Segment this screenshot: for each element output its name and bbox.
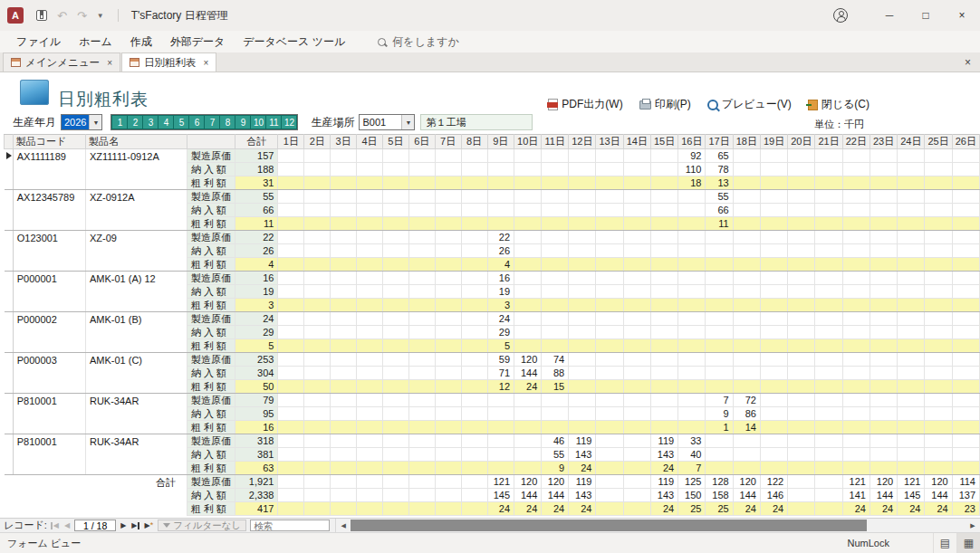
day-cell[interactable] [898, 299, 925, 312]
datasheet-view-toggle-icon[interactable]: ▦ [956, 533, 980, 553]
day-cell[interactable] [650, 394, 677, 407]
day-cell[interactable] [382, 353, 408, 367]
day-cell[interactable] [650, 353, 677, 367]
day-cell[interactable] [815, 394, 842, 407]
day-cell[interactable] [357, 299, 383, 312]
day-cell[interactable]: 143 [569, 448, 596, 462]
day-cell[interactable] [278, 244, 304, 258]
day-cell[interactable] [733, 339, 760, 353]
day-cell[interactable] [925, 394, 952, 407]
day-cell[interactable] [596, 475, 623, 489]
day-cell[interactable] [733, 176, 760, 190]
day-cell[interactable] [842, 462, 870, 475]
total-cell[interactable]: 318 [235, 434, 277, 448]
day-cell[interactable] [278, 339, 304, 353]
day-cell[interactable] [357, 163, 383, 176]
day-cell[interactable] [435, 176, 461, 190]
day-cell[interactable] [596, 489, 623, 502]
day-cell[interactable] [542, 176, 569, 190]
day-cell[interactable] [815, 367, 842, 380]
day-cell[interactable] [357, 326, 383, 339]
day-cell[interactable] [461, 299, 487, 312]
month-button-2[interactable]: 2 [128, 116, 142, 129]
month-button-12[interactable]: 12 [282, 116, 296, 129]
day-cell[interactable] [569, 163, 596, 176]
day-cell[interactable]: 9 [706, 407, 733, 421]
total-cell[interactable]: 16 [235, 421, 277, 434]
record-search-input[interactable] [250, 520, 330, 531]
product-name-cell[interactable]: XZ-0912A [85, 190, 187, 231]
day-cell[interactable] [760, 285, 787, 299]
day-cell[interactable]: 150 [678, 489, 706, 502]
day-cell[interactable] [925, 258, 952, 272]
day-cell[interactable] [898, 312, 925, 326]
day-cell[interactable] [408, 231, 435, 244]
day-cell[interactable] [542, 312, 569, 326]
total-cell[interactable]: 95 [235, 407, 277, 421]
day-cell[interactable] [623, 312, 650, 326]
day-cell[interactable]: 141 [842, 489, 870, 502]
day-cell[interactable] [870, 176, 897, 190]
day-cell[interactable] [278, 163, 304, 176]
day-cell[interactable] [278, 434, 304, 448]
day-cell[interactable] [357, 258, 383, 272]
day-cell[interactable] [898, 244, 925, 258]
day-cell[interactable]: 145 [898, 489, 925, 502]
day-cell[interactable]: 74 [542, 353, 569, 367]
day-cell[interactable] [815, 163, 842, 176]
day-cell[interactable] [435, 475, 461, 489]
day-cell[interactable] [569, 339, 596, 353]
day-cell[interactable]: 23 [952, 502, 979, 516]
day-cell[interactable] [650, 190, 677, 204]
day-cell[interactable] [278, 394, 304, 407]
day-cell[interactable] [706, 258, 733, 272]
record-selector[interactable] [5, 312, 14, 353]
day-cell[interactable] [514, 394, 542, 407]
day-cell[interactable] [304, 258, 331, 272]
day-cell[interactable] [815, 244, 842, 258]
day-cell[interactable]: 119 [569, 475, 596, 489]
day-cell[interactable] [461, 312, 487, 326]
day-cell[interactable] [382, 285, 408, 299]
day-cell[interactable] [678, 394, 706, 407]
day-cell[interactable] [760, 367, 787, 380]
day-cell[interactable] [925, 434, 952, 448]
day-cell[interactable] [623, 272, 650, 285]
record-selector[interactable] [5, 394, 14, 434]
day-cell[interactable] [870, 272, 897, 285]
day-cell[interactable] [870, 190, 897, 204]
day-cell[interactable] [331, 407, 357, 421]
tab-daily-profit[interactable]: 日別粗利表 × [121, 52, 216, 72]
day-cell[interactable] [760, 312, 787, 326]
day-cell[interactable] [408, 149, 435, 163]
day-cell[interactable]: 25 [678, 502, 706, 516]
day-cell[interactable] [788, 421, 815, 434]
day-cell[interactable] [870, 407, 897, 421]
day-cell[interactable] [596, 258, 623, 272]
day-cell[interactable] [952, 163, 979, 176]
day-cell[interactable] [331, 258, 357, 272]
day-cell[interactable] [650, 176, 677, 190]
day-cell[interactable] [569, 217, 596, 231]
day-cell[interactable] [304, 367, 331, 380]
day-cell[interactable] [842, 394, 870, 407]
day-cell[interactable] [815, 299, 842, 312]
day-cell[interactable] [569, 149, 596, 163]
day-cell[interactable] [357, 353, 383, 367]
day-cell[interactable] [650, 204, 677, 217]
day-cell[interactable]: 7 [678, 462, 706, 475]
day-cell[interactable] [788, 353, 815, 367]
day-cell[interactable] [304, 217, 331, 231]
day-cell[interactable] [542, 204, 569, 217]
day-cell[interactable] [278, 272, 304, 285]
day-cell[interactable] [304, 326, 331, 339]
day-cell[interactable] [623, 326, 650, 339]
day-cell[interactable] [760, 448, 787, 462]
day-cell[interactable] [623, 149, 650, 163]
day-cell[interactable]: 144 [514, 489, 542, 502]
ribbon-tab-db-tools[interactable]: データベース ツール [234, 32, 354, 52]
day-cell[interactable]: 145 [487, 489, 514, 502]
day-cell[interactable] [788, 475, 815, 489]
product-name-cell[interactable]: AMK-01 (C) [85, 353, 187, 394]
tab-close-icon[interactable]: × [203, 58, 208, 68]
